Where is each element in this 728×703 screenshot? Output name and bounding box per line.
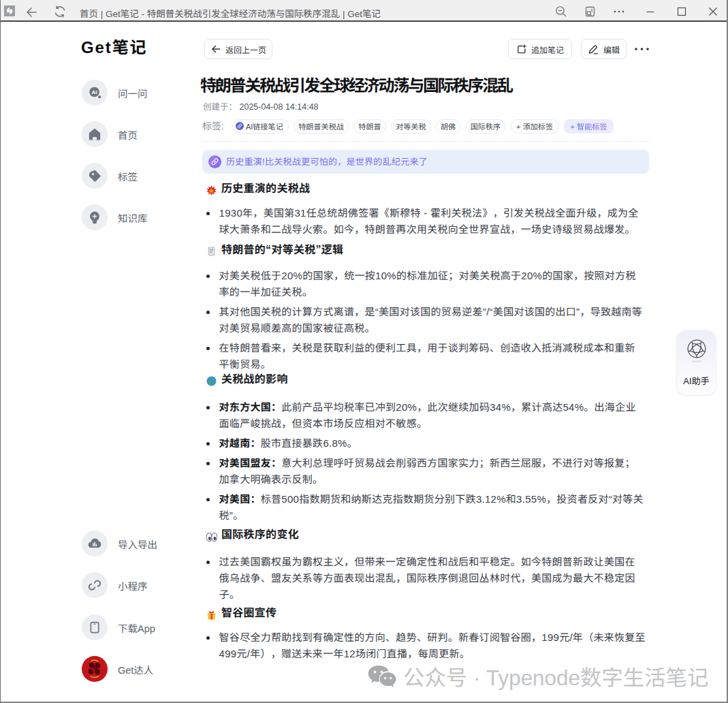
svg-text:AI: AI [92, 89, 97, 95]
